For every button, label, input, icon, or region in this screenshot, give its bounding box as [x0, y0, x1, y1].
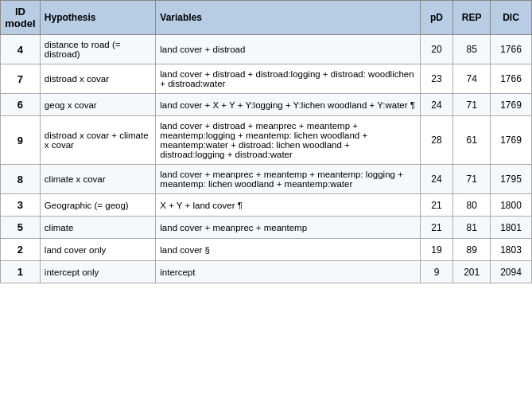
cell-rep: 74	[453, 64, 491, 94]
header-hypothesis: Hypothesis	[40, 1, 155, 35]
cell-dic: 1769	[491, 116, 532, 165]
cell-hypothesis: land cover only	[40, 239, 155, 261]
table-row: 3Geographic (= geog)X + Y + land cover ¶…	[1, 194, 532, 217]
cell-hypothesis: climate	[40, 217, 155, 239]
cell-id: 6	[1, 94, 41, 116]
cell-dic: 1766	[491, 35, 532, 64]
table-row: 6geog x covarland cover + X + Y + Y:logg…	[1, 94, 532, 116]
cell-rep: 201	[453, 261, 491, 283]
cell-rep: 89	[453, 239, 491, 261]
cell-pd: 28	[420, 116, 453, 165]
cell-pd: 19	[420, 239, 453, 261]
table-row: 8climate x covarland cover + meanprec + …	[1, 165, 532, 194]
cell-hypothesis: distance to road (= distroad)	[40, 35, 155, 64]
table-row: 1intercept onlyintercept92012094	[1, 261, 532, 283]
cell-variables: land cover §	[156, 239, 420, 261]
cell-id: 9	[1, 116, 41, 165]
cell-rep: 71	[453, 165, 491, 194]
header-rep: REP	[453, 1, 491, 35]
cell-id: 2	[1, 239, 41, 261]
cell-rep: 71	[453, 94, 491, 116]
cell-hypothesis: distroad x covar + climate x covar	[40, 116, 155, 165]
header-variables: Variables	[156, 1, 420, 35]
cell-pd: 20	[420, 35, 453, 64]
cell-hypothesis: intercept only	[40, 261, 155, 283]
cell-dic: 1766	[491, 64, 532, 94]
cell-variables: intercept	[156, 261, 420, 283]
cell-variables: land cover + X + Y + Y:logging + Y:liche…	[156, 94, 420, 116]
header-id: ID model	[1, 1, 41, 35]
header-pd: pD	[420, 1, 453, 35]
cell-id: 3	[1, 194, 41, 217]
cell-rep: 61	[453, 116, 491, 165]
cell-variables: land cover + distroad	[156, 35, 420, 64]
cell-dic: 1769	[491, 94, 532, 116]
cell-id: 7	[1, 64, 41, 94]
header-dic: DIC	[491, 1, 532, 35]
cell-hypothesis: geog x covar	[40, 94, 155, 116]
cell-pd: 24	[420, 165, 453, 194]
cell-rep: 85	[453, 35, 491, 64]
cell-pd: 21	[420, 194, 453, 217]
cell-pd: 24	[420, 94, 453, 116]
cell-dic: 2094	[491, 261, 532, 283]
cell-variables: land cover + meanprec + meantemp + meant…	[156, 165, 420, 194]
cell-pd: 9	[420, 261, 453, 283]
cell-id: 4	[1, 35, 41, 64]
cell-id: 5	[1, 217, 41, 239]
cell-dic: 1801	[491, 217, 532, 239]
cell-rep: 80	[453, 194, 491, 217]
cell-pd: 21	[420, 217, 453, 239]
cell-variables: X + Y + land cover ¶	[156, 194, 420, 217]
cell-variables: land cover + distroad + meanprec + meant…	[156, 116, 420, 165]
cell-hypothesis: climate x covar	[40, 165, 155, 194]
cell-dic: 1800	[491, 194, 532, 217]
cell-variables: land cover + distroad + distroad:logging…	[156, 64, 420, 94]
table-row: 5climateland cover + meanprec + meantemp…	[1, 217, 532, 239]
cell-id: 8	[1, 165, 41, 194]
cell-dic: 1803	[491, 239, 532, 261]
cell-hypothesis: distroad x covar	[40, 64, 155, 94]
table-row: 4distance to road (= distroad)land cover…	[1, 35, 532, 64]
table-row: 2land cover onlyland cover §19891803	[1, 239, 532, 261]
cell-variables: land cover + meanprec + meantemp	[156, 217, 420, 239]
cell-id: 1	[1, 261, 41, 283]
cell-pd: 23	[420, 64, 453, 94]
cell-dic: 1795	[491, 165, 532, 194]
cell-hypothesis: Geographic (= geog)	[40, 194, 155, 217]
table-row: 9distroad x covar + climate x covarland …	[1, 116, 532, 165]
table-row: 7distroad x covarland cover + distroad +…	[1, 64, 532, 94]
cell-rep: 81	[453, 217, 491, 239]
